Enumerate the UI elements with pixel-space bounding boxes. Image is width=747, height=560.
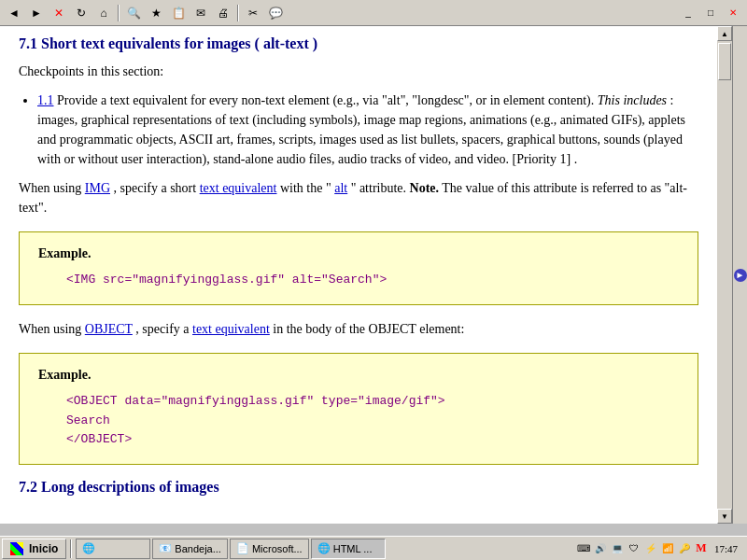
side-panel-button[interactable]: ► bbox=[732, 26, 747, 524]
taskbar-icon-m: M bbox=[694, 541, 709, 556]
section2-heading: 7.2 Long descriptions of images bbox=[19, 479, 698, 496]
taskbar-bandeja-label: Bandeja... bbox=[175, 543, 221, 554]
taskbar-item-browser[interactable]: 🌐 bbox=[76, 539, 150, 559]
img-text-before: When using bbox=[19, 181, 85, 195]
discuss-button[interactable]: 💬 bbox=[265, 3, 286, 23]
toolbar: ◄ ► ✕ ↻ ⌂ 🔍 ★ 📋 ✉ 🖨 ✂ 💬 _ □ ✕ bbox=[0, 0, 747, 26]
page-content: 7.1 Short text equivalents for images ( … bbox=[0, 26, 717, 524]
stop-button[interactable]: ✕ bbox=[49, 3, 69, 23]
checkpoint-italic: This includes bbox=[598, 93, 667, 107]
taskbar-microsoft-icon: 📄 bbox=[236, 542, 249, 554]
checkpoint-text-before: Provide a text equivalent for every non-… bbox=[57, 93, 598, 107]
taskbar-icon-7: 🔑 bbox=[677, 541, 692, 556]
checkpoint-list: 1.1 Provide a text equivalent for every … bbox=[37, 91, 698, 169]
taskbar-right-area: ⌨ 🔊 💻 🛡 ⚡ 📶 🔑 M 17:47 bbox=[576, 541, 745, 556]
example2-label: Example. bbox=[38, 368, 684, 383]
history-button[interactable]: 📋 bbox=[168, 3, 189, 23]
maximize-button[interactable]: □ bbox=[700, 3, 721, 23]
taskbar-browser-icon: 🌐 bbox=[82, 542, 95, 554]
windows-logo bbox=[10, 542, 23, 555]
close-button[interactable]: ✕ bbox=[723, 3, 743, 23]
example2-code-line1: <OBJECT data="magnifyingglass.gif" type=… bbox=[66, 392, 684, 412]
mail-button[interactable]: ✉ bbox=[190, 3, 211, 23]
minimize-button[interactable]: _ bbox=[678, 3, 698, 23]
example-box-2: Example. <OBJECT data="magnifyingglass.g… bbox=[19, 353, 698, 465]
separator1 bbox=[118, 5, 120, 21]
taskbar-icon-5: ⚡ bbox=[643, 541, 658, 556]
checkpoints-intro: Checkpoints in this section: bbox=[19, 62, 698, 81]
taskbar-icon-3: 💻 bbox=[610, 541, 625, 556]
taskbar: Inicio 🌐 📧 Bandeja... 📄 Microsoft... 🌐 H… bbox=[0, 536, 747, 560]
content-area: 7.1 Short text equivalents for images ( … bbox=[0, 26, 747, 524]
text-equivalent-link[interactable]: text equivalent bbox=[200, 181, 277, 195]
img-text-after: with the " bbox=[280, 181, 331, 195]
object-text-mid: , specify a bbox=[135, 322, 192, 336]
object-link[interactable]: OBJECT bbox=[85, 322, 133, 336]
example2-code: <OBJECT data="magnifyingglass.gif" type=… bbox=[66, 392, 684, 450]
img-paragraph: When using IMG , specify a short text eq… bbox=[19, 178, 698, 217]
taskbar-item-html[interactable]: 🌐 HTML ... bbox=[311, 539, 386, 559]
taskbar-item-microsoft[interactable]: 📄 Microsoft... bbox=[230, 539, 309, 559]
taskbar-icon-2: 🔊 bbox=[593, 541, 608, 556]
refresh-button[interactable]: ↻ bbox=[71, 3, 92, 23]
taskbar-icon-4: 🛡 bbox=[627, 541, 641, 556]
time-display: 17:47 bbox=[711, 543, 741, 554]
taskbar-item-bandeja[interactable]: 📧 Bandeja... bbox=[152, 539, 228, 559]
taskbar-bandeja-icon: 📧 bbox=[159, 542, 172, 554]
home-button[interactable]: ⌂ bbox=[93, 3, 114, 23]
example2-code-line2: Search bbox=[66, 412, 684, 431]
img-link[interactable]: IMG bbox=[85, 181, 110, 195]
object-paragraph: When using OBJECT , specify a text equiv… bbox=[19, 319, 698, 339]
img-text-mid: , specify a short bbox=[114, 181, 200, 195]
object-text-after: in the body of the OBJECT element: bbox=[273, 322, 464, 336]
back-button[interactable]: ◄ bbox=[4, 3, 24, 23]
taskbar-icon-6: 📶 bbox=[660, 541, 675, 556]
taskbar-sep1 bbox=[70, 539, 72, 558]
print-button[interactable]: 🖨 bbox=[213, 3, 233, 23]
alt-link[interactable]: alt bbox=[334, 181, 347, 195]
checkpoint-link[interactable]: 1.1 bbox=[37, 93, 54, 107]
search-button[interactable]: 🔍 bbox=[123, 3, 144, 23]
scroll-up-button[interactable]: ▲ bbox=[717, 26, 732, 41]
object-text-before: When using bbox=[19, 322, 85, 336]
section-heading: 7.1 Short text equivalents for images ( … bbox=[19, 35, 698, 52]
example1-code: <IMG src="magnifyingglass.gif" alt="Sear… bbox=[66, 271, 684, 290]
taskbar-microsoft-label: Microsoft... bbox=[252, 543, 303, 554]
example2-code-line3: </OBJECT> bbox=[66, 430, 684, 450]
scrollbar-thumb[interactable] bbox=[718, 43, 731, 80]
object-text-equiv-link[interactable]: text equivalent bbox=[192, 322, 270, 336]
separator2 bbox=[237, 5, 239, 21]
example1-label: Example. bbox=[38, 246, 684, 261]
img-note-bold: Note. bbox=[410, 181, 440, 195]
scroll-down-button[interactable]: ▼ bbox=[717, 509, 732, 524]
img-text-end: " attribute. bbox=[351, 181, 410, 195]
list-item: 1.1 Provide a text equivalent for every … bbox=[37, 91, 698, 169]
start-button[interactable]: Inicio bbox=[2, 539, 66, 559]
edit-button[interactable]: ✂ bbox=[243, 3, 263, 23]
scrollbar[interactable]: ▲ ▼ bbox=[717, 26, 732, 524]
taskbar-icon-1: ⌨ bbox=[576, 541, 591, 556]
start-label: Inicio bbox=[29, 542, 58, 555]
taskbar-html-label: HTML ... bbox=[333, 543, 373, 554]
favorites-button[interactable]: ★ bbox=[146, 3, 166, 23]
forward-button[interactable]: ► bbox=[26, 3, 47, 23]
side-circle-icon: ► bbox=[734, 269, 747, 282]
example-box-1: Example. <IMG src="magnifyingglass.gif" … bbox=[19, 231, 698, 305]
taskbar-html-icon: 🌐 bbox=[317, 542, 331, 554]
